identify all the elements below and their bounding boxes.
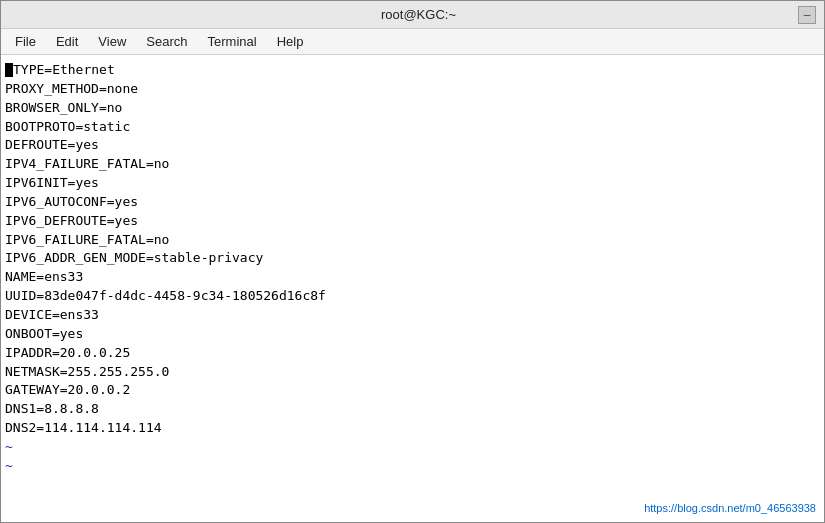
terminal-line: IPV4_FAILURE_FATAL=no (5, 156, 169, 171)
terminal-line: TYPE=Ethernet (5, 62, 115, 77)
terminal-line: BROWSER_ONLY=no (5, 100, 122, 115)
terminal-line: GATEWAY=20.0.0.2 (5, 382, 130, 397)
menu-edit[interactable]: Edit (46, 32, 88, 51)
menu-search[interactable]: Search (136, 32, 197, 51)
terminal-line: DEFROUTE=yes (5, 137, 99, 152)
terminal-line: ONBOOT=yes (5, 326, 83, 341)
window-title: root@KGC:~ (39, 7, 798, 22)
terminal-line: PROXY_METHOD=none (5, 81, 138, 96)
terminal-line: IPADDR=20.0.0.25 (5, 345, 130, 360)
menu-help[interactable]: Help (267, 32, 314, 51)
menu-file[interactable]: File (5, 32, 46, 51)
terminal-line: DEVICE=ens33 (5, 307, 99, 322)
tilde-line: ~ (5, 439, 13, 454)
menu-bar: File Edit View Search Terminal Help (1, 29, 824, 55)
terminal-line: IPV6_ADDR_GEN_MODE=stable-privacy (5, 250, 263, 265)
terminal-line: NAME=ens33 (5, 269, 83, 284)
minimize-button[interactable]: – (798, 6, 816, 24)
window-controls: – (798, 6, 816, 24)
terminal-line: IPV6_FAILURE_FATAL=no (5, 232, 169, 247)
tilde-line: ~ (5, 458, 13, 473)
terminal-line: NETMASK=255.255.255.0 (5, 364, 169, 379)
title-bar: root@KGC:~ – (1, 1, 824, 29)
terminal-line: IPV6_AUTOCONF=yes (5, 194, 138, 209)
terminal-line: BOOTPROTO=static (5, 119, 130, 134)
terminal-line: DNS1=8.8.8.8 (5, 401, 99, 416)
watermark: https://blog.csdn.net/m0_46563938 (644, 502, 816, 514)
terminal-line: DNS2=114.114.114.114 (5, 420, 162, 435)
terminal-body[interactable]: TYPE=Ethernet PROXY_METHOD=none BROWSER_… (1, 55, 824, 522)
menu-terminal[interactable]: Terminal (198, 32, 267, 51)
terminal-content: TYPE=Ethernet PROXY_METHOD=none BROWSER_… (5, 61, 818, 476)
cursor-icon (5, 63, 13, 77)
terminal-window: root@KGC:~ – File Edit View Search Termi… (0, 0, 825, 523)
terminal-line: IPV6INIT=yes (5, 175, 99, 190)
menu-view[interactable]: View (88, 32, 136, 51)
terminal-line: IPV6_DEFROUTE=yes (5, 213, 138, 228)
terminal-line: UUID=83de047f-d4dc-4458-9c34-180526d16c8… (5, 288, 326, 303)
